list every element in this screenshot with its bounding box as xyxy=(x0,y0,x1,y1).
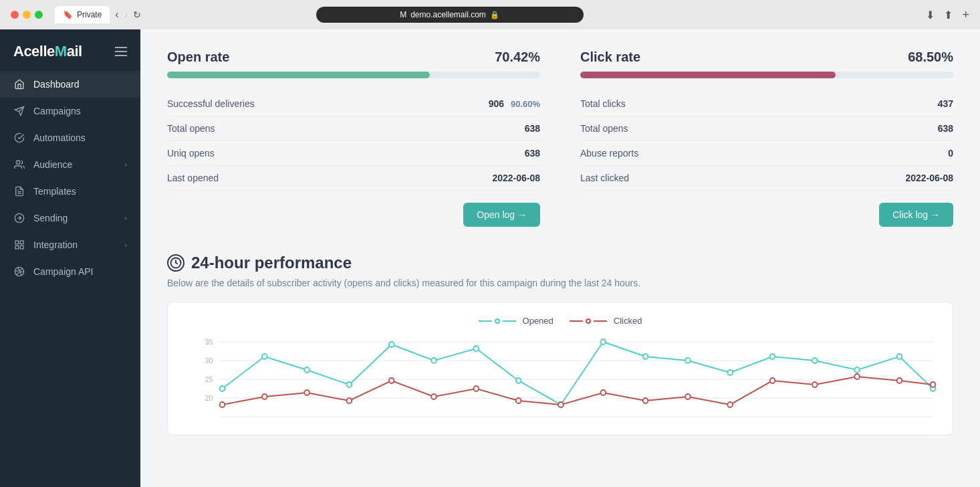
stat-row-total-clicks: Total clicks 437 xyxy=(580,92,953,116)
svg-point-37 xyxy=(854,367,860,373)
address-bar[interactable]: M demo.acellemail.com 🔒 xyxy=(316,7,584,23)
tab-label: Private xyxy=(77,10,102,19)
svg-point-36 xyxy=(812,358,818,363)
abuse-reports-value: 0 xyxy=(948,148,953,159)
check-circle-icon xyxy=(13,132,25,144)
sidebar-item-label: Sending xyxy=(33,213,68,223)
last-opened-label: Last opened xyxy=(167,173,219,183)
browser-tab[interactable]: 🔖 Private xyxy=(55,6,110,23)
share-icon[interactable]: ⬆ xyxy=(944,9,953,21)
svg-point-43 xyxy=(347,398,352,403)
lock-icon: 🔒 xyxy=(490,11,499,19)
open-log-button[interactable]: Open log → xyxy=(463,203,540,227)
sidebar-item-label: Integration xyxy=(33,239,78,250)
svg-point-45 xyxy=(431,394,437,399)
svg-point-49 xyxy=(600,390,606,395)
svg-point-54 xyxy=(812,382,818,387)
svg-point-53 xyxy=(770,378,775,383)
sidebar-item-campaigns[interactable]: Campaigns xyxy=(0,98,140,124)
svg-text:20: 20 xyxy=(205,394,213,402)
back-icon[interactable]: ‹ xyxy=(115,9,118,21)
click-log-button[interactable]: Click log → xyxy=(879,203,953,227)
click-total-opens-value: 638 xyxy=(938,123,953,134)
svg-text:30: 30 xyxy=(205,357,213,365)
svg-point-46 xyxy=(474,386,479,391)
sidebar-item-sending[interactable]: Sending › xyxy=(0,205,140,231)
stat-row-abuse-reports: Abuse reports 0 xyxy=(580,141,953,166)
click-log-btn-row: Click log → xyxy=(580,193,953,227)
performance-section: 24-hour performance Below are the detail… xyxy=(167,254,953,435)
svg-point-22 xyxy=(220,386,225,391)
send-icon xyxy=(13,212,25,224)
grid-icon xyxy=(13,239,25,251)
open-rate-progress-fill xyxy=(167,72,430,78)
sidebar-item-label: Audience xyxy=(33,159,72,170)
menu-toggle[interactable] xyxy=(115,47,127,56)
clicked-legend-label: Clicked xyxy=(614,316,642,326)
click-rate-progress-bar xyxy=(580,72,953,78)
performance-header: 24-hour performance xyxy=(167,254,953,272)
new-tab-icon[interactable]: + xyxy=(962,8,969,22)
open-rate-progress-bar xyxy=(167,72,540,78)
sidebar-item-templates[interactable]: Templates xyxy=(0,178,140,205)
svg-point-55 xyxy=(854,374,860,379)
home-icon xyxy=(13,78,25,90)
legend-clicked: Clicked xyxy=(570,316,642,326)
stat-row-click-total-opens: Total opens 638 xyxy=(580,116,953,141)
logo-area: AcelleMail xyxy=(0,29,140,71)
paper-plane-icon xyxy=(13,105,25,117)
last-clicked-value: 2022-06-08 xyxy=(905,173,953,183)
svg-point-26 xyxy=(389,342,394,347)
minimize-button[interactable] xyxy=(23,11,31,19)
svg-point-29 xyxy=(516,378,521,383)
sidebar-item-label: Campaigns xyxy=(33,106,81,116)
sidebar-item-label: Campaign API xyxy=(33,266,94,277)
open-rate-section: Open rate 70.42% Successful deliveries 9… xyxy=(167,50,540,227)
download-icon[interactable]: ⬇ xyxy=(926,9,935,21)
uniq-opens-value: 638 xyxy=(525,148,540,159)
svg-point-32 xyxy=(643,354,648,359)
close-button[interactable] xyxy=(11,11,19,19)
svg-point-57 xyxy=(931,382,936,387)
deliveries-value: 906 90.60% xyxy=(489,98,540,109)
sidebar-item-dashboard[interactable]: Dashboard xyxy=(0,71,140,98)
total-opens-label: Total opens xyxy=(167,123,215,134)
app-logo: AcelleMail xyxy=(13,43,82,60)
stat-row-last-opened: Last opened 2022-06-08 xyxy=(167,166,540,191)
svg-point-42 xyxy=(304,390,310,395)
sidebar-item-audience[interactable]: Audience › xyxy=(0,151,140,178)
chevron-right-icon: › xyxy=(124,241,127,249)
open-log-btn-row: Open log → xyxy=(167,193,540,227)
svg-point-40 xyxy=(220,402,225,407)
svg-point-51 xyxy=(685,394,691,399)
last-clicked-label: Last clicked xyxy=(580,173,629,183)
svg-rect-8 xyxy=(20,241,23,244)
abuse-reports-label: Abuse reports xyxy=(580,148,638,159)
sidebar-item-label: Dashboard xyxy=(33,79,80,90)
file-text-icon xyxy=(13,185,25,197)
chart-legend: Opened Clicked xyxy=(181,316,939,326)
chevron-right-icon: › xyxy=(124,214,127,222)
svg-point-23 xyxy=(262,354,267,359)
total-clicks-value: 437 xyxy=(938,98,953,109)
mail-favicon: M xyxy=(400,10,406,19)
svg-point-33 xyxy=(685,358,691,363)
svg-point-27 xyxy=(431,358,437,363)
svg-point-41 xyxy=(262,394,267,399)
sidebar-item-automations[interactable]: Automations xyxy=(0,124,140,151)
click-rate-progress-fill xyxy=(580,72,836,78)
maximize-button[interactable] xyxy=(35,11,43,19)
legend-opened: Opened xyxy=(479,316,554,326)
sidebar-item-integration[interactable]: Integration › xyxy=(0,231,140,258)
clock-icon xyxy=(167,254,185,272)
svg-point-2 xyxy=(16,161,19,164)
click-rate-section: Click rate 68.50% Total clicks 437 Total… xyxy=(580,50,953,227)
reload-icon[interactable]: ↻ xyxy=(133,9,141,20)
forward-icon[interactable]: › xyxy=(124,9,128,21)
tab-icon: 🔖 xyxy=(63,10,73,19)
sidebar-item-label: Templates xyxy=(33,186,76,197)
svg-point-28 xyxy=(474,346,479,351)
svg-point-52 xyxy=(727,402,733,407)
svg-rect-7 xyxy=(15,241,19,244)
sidebar-item-campaign-api[interactable]: Campaign API xyxy=(0,258,140,285)
